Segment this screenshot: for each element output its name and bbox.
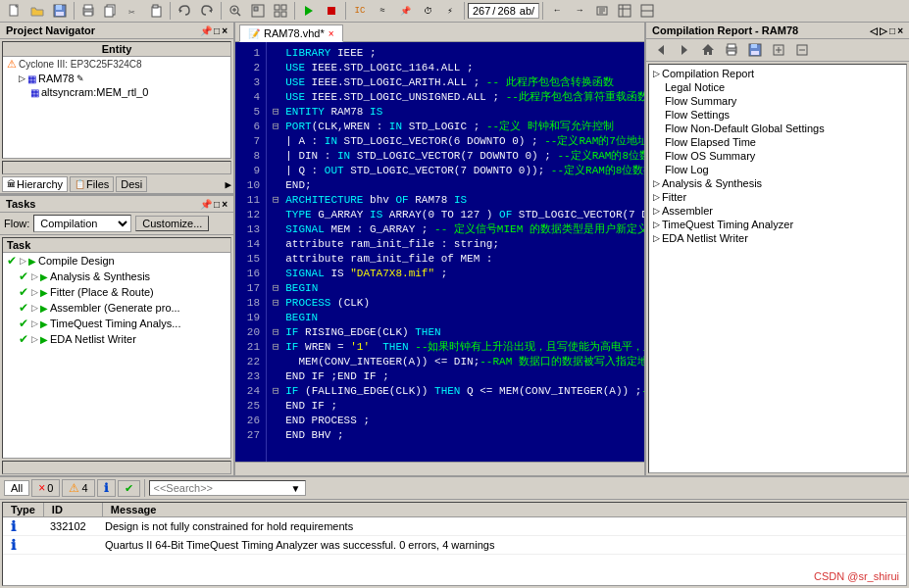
- vhd-icon: 📝: [248, 28, 260, 39]
- search-dropdown-btn[interactable]: ▼: [291, 483, 301, 494]
- toolbar-btn-zoom-in[interactable]: [225, 1, 246, 21]
- code-line-26: END PROCESS ;: [273, 414, 638, 428]
- svg-rect-7: [84, 12, 92, 16]
- bottom-tab-warn[interactable]: ⚠ 4: [62, 479, 94, 497]
- report-btn-home[interactable]: [697, 40, 719, 60]
- task-fitter[interactable]: ✔ ▷ ▶ Fitter (Place & Route): [3, 284, 230, 300]
- toolbar-btn-new[interactable]: [4, 1, 25, 21]
- tasks-float-icon[interactable]: □: [214, 199, 220, 210]
- toolbar-btn-zoom-fit[interactable]: [247, 1, 269, 21]
- toolbar-btn-fwd[interactable]: →: [569, 1, 590, 21]
- report-btn-expand[interactable]: [768, 40, 789, 60]
- bottom-tab-all[interactable]: All: [4, 480, 29, 496]
- toolbar-btn-rtl[interactable]: ←: [546, 1, 568, 21]
- bottom-tab-info[interactable]: ℹ: [97, 479, 116, 497]
- bottom-tab-ok[interactable]: ✔: [118, 480, 140, 497]
- toolbar-btn-view3[interactable]: [614, 1, 635, 21]
- toolbar-btn-sim[interactable]: ≈: [372, 1, 393, 21]
- report-float-icon[interactable]: □: [889, 25, 895, 36]
- svg-marker-14: [209, 9, 212, 13]
- toolbar-btn-copy[interactable]: [100, 1, 122, 21]
- code-text-area[interactable]: LIBRARY IEEE ; USE IEEE.STD_LOGIC_1164.A…: [267, 42, 644, 462]
- report-btn-next[interactable]: [674, 40, 695, 60]
- task-timequest[interactable]: ✔ ▷ ▶ TimeQuest Timing Analys...: [3, 316, 230, 331]
- report-tree-item-11[interactable]: ▷TimeQuest Timing Analyzer: [651, 218, 904, 231]
- report-nav-back[interactable]: ◁: [870, 25, 878, 36]
- nav-pin-icon[interactable]: 📌: [200, 25, 212, 36]
- vhd-tab-close[interactable]: ×: [328, 28, 334, 39]
- task-compile-design[interactable]: ✔ ▷ ▶ Compile Design: [3, 253, 230, 269]
- task-assembler[interactable]: ✔ ▷ ▶ Assembler (Generate pro...: [3, 300, 230, 316]
- toolbar-btn-power[interactable]: ⚡: [439, 1, 461, 21]
- task-play-5: ▶: [40, 334, 48, 345]
- toolbar-btn-fit2[interactable]: [591, 1, 613, 21]
- nav-float-icon[interactable]: □: [214, 25, 220, 36]
- report-tree-item-6[interactable]: Flow OS Summary: [651, 149, 904, 163]
- report-toolbar: [646, 39, 909, 62]
- toolbar-btn-full[interactable]: [270, 1, 291, 21]
- task-analysis[interactable]: ✔ ▷ ▶ Analysis & Synthesis: [3, 269, 230, 284]
- report-tree-item-8[interactable]: ▷Analysis & Synthesis: [651, 176, 904, 190]
- left-panel: Project Navigator 📌 □ × Entity ⚠ Cyclone…: [0, 23, 235, 475]
- tsep-bottom: [144, 479, 145, 497]
- report-tree-item-3[interactable]: Flow Settings: [651, 108, 904, 122]
- svg-marker-38: [702, 44, 714, 55]
- tab-files[interactable]: 📋 Files: [70, 176, 114, 192]
- report-btn-prev[interactable]: [650, 40, 672, 60]
- task-list-header: Task: [3, 238, 230, 253]
- report-tree-item-7[interactable]: Flow Log: [651, 163, 904, 176]
- report-tree-item-10[interactable]: ▷Assembler: [651, 204, 904, 218]
- report-tree-item-1[interactable]: Legal Notice: [651, 80, 904, 94]
- report-btn-print[interactable]: [721, 40, 742, 60]
- bottom-tab-error[interactable]: × 0: [31, 479, 60, 497]
- report-btn-save[interactable]: [744, 40, 766, 60]
- svg-rect-23: [275, 12, 279, 17]
- tab-hierarchy[interactable]: 🏛 Hierarchy: [2, 176, 68, 192]
- toolbar-btn-undo[interactable]: [174, 1, 195, 21]
- editor-tab-vhd[interactable]: 📝 RAM78.vhd* ×: [239, 24, 343, 42]
- toolbar-btn-chips[interactable]: IC: [349, 1, 371, 21]
- report-tree-item-9[interactable]: ▷Fitter: [651, 190, 904, 204]
- msg-row-1[interactable]: ℹ 332102 Design is not fully constrained…: [3, 517, 906, 536]
- ram78-item[interactable]: ▷ ▦ RAM78 ✎: [3, 72, 230, 85]
- toolbar-btn-open[interactable]: [26, 1, 48, 21]
- altsyncram-item[interactable]: ▦ altsyncram:MEM_rtl_0: [3, 85, 230, 99]
- svg-rect-41: [728, 51, 735, 55]
- counter-display: 267 / 268 ab/: [468, 3, 539, 19]
- nav-scroll-x[interactable]: [2, 161, 231, 174]
- editor-hscroll[interactable]: [235, 462, 644, 475]
- task-scroll-x[interactable]: [2, 461, 231, 474]
- svg-marker-1: [16, 5, 18, 7]
- nav-close-icon[interactable]: ×: [222, 25, 227, 36]
- tasks-close-icon[interactable]: ×: [222, 199, 227, 210]
- toolbar-btn-paste[interactable]: [145, 1, 167, 21]
- flow-select[interactable]: Compilation: [33, 215, 131, 232]
- task-eda[interactable]: ✔ ▷ ▶ EDA Netlist Writer: [3, 331, 230, 347]
- report-tree-item-0[interactable]: ▷Compilation Report: [651, 67, 904, 80]
- tab-design[interactable]: Desi: [116, 176, 147, 192]
- toolbar-btn-compile-all[interactable]: [298, 1, 320, 21]
- device-item[interactable]: ⚠ Cyclone III: EP3C25F324C8: [3, 57, 230, 72]
- toolbar-btn-save[interactable]: [49, 1, 71, 21]
- report-btn-collapse[interactable]: [791, 40, 813, 60]
- toolbar-btn-print[interactable]: [77, 1, 99, 21]
- msg-row-2[interactable]: ℹ Quartus II 64-Bit TimeQuest Timing Ana…: [3, 536, 906, 555]
- search-input[interactable]: [154, 482, 291, 494]
- task-name-4: TimeQuest Timing Analys...: [50, 318, 180, 329]
- report-nav-fwd[interactable]: ▷: [880, 25, 887, 36]
- report-tree-item-12[interactable]: ▷EDA Netlist Writer: [651, 231, 904, 245]
- toolbar-btn-view4[interactable]: [636, 1, 658, 21]
- toolbar-btn-cut[interactable]: ✂: [123, 1, 144, 21]
- report-close-icon[interactable]: ×: [897, 25, 903, 36]
- toolbar-btn-stop[interactable]: [321, 1, 342, 21]
- toolbar-btn-redo[interactable]: [196, 1, 218, 21]
- toolbar-btn-timing[interactable]: ⏱: [417, 1, 438, 21]
- report-tree-item-5[interactable]: Flow Elapsed Time: [651, 135, 904, 149]
- expand-arrow-right[interactable]: ▶: [225, 178, 231, 191]
- toolbar-btn-pin[interactable]: 📌: [394, 1, 416, 21]
- app-container: ✂ IC ≈ 📌 ⏱ ⚡: [0, 0, 909, 588]
- customize-btn[interactable]: Customize...: [135, 216, 209, 231]
- report-tree-item-2[interactable]: Flow Summary: [651, 94, 904, 108]
- tasks-pin-icon[interactable]: 📌: [200, 199, 212, 210]
- report-tree-item-4[interactable]: Flow Non-Default Global Settings: [651, 122, 904, 135]
